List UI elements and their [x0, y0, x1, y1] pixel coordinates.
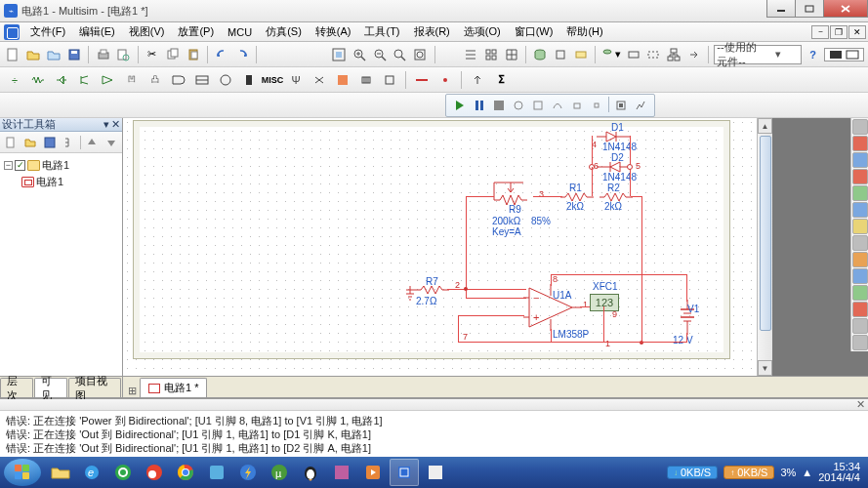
- redo-button[interactable]: [233, 44, 252, 65]
- list-button[interactable]: [462, 44, 480, 65]
- help-button[interactable]: ?: [804, 44, 822, 65]
- menu-window[interactable]: 窗口(W): [508, 22, 560, 41]
- panel-close-icon[interactable]: ✕: [111, 118, 120, 131]
- zoom-out-button[interactable]: [370, 44, 389, 65]
- panel-dropdown-icon[interactable]: ▾: [103, 118, 109, 131]
- tree-child[interactable]: 电路1: [4, 174, 118, 190]
- inst-13[interactable]: [852, 318, 868, 334]
- ni-icon[interactable]: [332, 69, 353, 91]
- component-button[interactable]: [552, 44, 570, 65]
- canvas-tab[interactable]: 电路1 *: [140, 378, 207, 397]
- inst-1[interactable]: [852, 119, 868, 135]
- inst-12[interactable]: [852, 302, 868, 317]
- task-thunder[interactable]: [233, 459, 263, 486]
- start-button[interactable]: [4, 459, 41, 486]
- scroll-up-icon[interactable]: ▲: [758, 118, 772, 134]
- scroll-thumb[interactable]: [760, 136, 771, 331]
- transistor-icon[interactable]: [74, 69, 96, 91]
- task-app3[interactable]: [421, 459, 450, 486]
- power-icon[interactable]: [238, 69, 260, 91]
- connector-icon[interactable]: [355, 69, 377, 91]
- junction-icon[interactable]: [434, 69, 456, 91]
- menu-view[interactable]: 视图(V): [122, 22, 172, 41]
- menu-edit[interactable]: 编辑(E): [72, 22, 122, 41]
- menu-report[interactable]: 报表(R): [407, 22, 457, 41]
- close-button[interactable]: [823, 0, 868, 18]
- zoom-in-button[interactable]: [350, 44, 368, 65]
- stop-button[interactable]: [490, 97, 508, 114]
- run-button[interactable]: [451, 97, 469, 114]
- lp-tree-icon[interactable]: [61, 134, 78, 151]
- task-utorrent[interactable]: µ: [265, 459, 294, 486]
- tab-project[interactable]: 项目视图: [68, 378, 121, 397]
- hierarchical-up-icon[interactable]: [467, 69, 488, 91]
- menu-place[interactable]: 放置(P): [171, 22, 221, 41]
- task-app1[interactable]: [202, 459, 231, 486]
- zoom-page-button[interactable]: [411, 44, 430, 65]
- task-ie[interactable]: e: [77, 459, 106, 486]
- checkbox-icon[interactable]: ✓: [15, 160, 25, 171]
- inst-3[interactable]: [852, 152, 868, 168]
- grid-small-button[interactable]: [481, 44, 500, 65]
- r9-symbol[interactable]: [486, 173, 535, 208]
- diode-icon[interactable]: [51, 69, 72, 91]
- tab-hierarchy[interactable]: 层次: [0, 378, 33, 397]
- ttl-icon[interactable]: 凹: [121, 69, 143, 91]
- cmos-icon[interactable]: 凸: [145, 69, 166, 91]
- text-icon[interactable]: Ʃ: [490, 69, 512, 91]
- misc-dig-icon[interactable]: [168, 69, 189, 91]
- mdi-minimize-button[interactable]: －: [811, 25, 829, 39]
- rect-button[interactable]: [624, 44, 642, 65]
- task-app2[interactable]: [327, 459, 356, 486]
- paste-button[interactable]: [184, 44, 202, 65]
- menu-tools[interactable]: 工具(T): [357, 22, 406, 41]
- inst-9[interactable]: [852, 252, 868, 267]
- cut-button[interactable]: ✂: [144, 44, 162, 65]
- inst-11[interactable]: [852, 285, 868, 301]
- tray-icon-1[interactable]: ▲: [802, 467, 812, 478]
- console-close-icon[interactable]: ✕: [856, 398, 865, 411]
- analog-icon[interactable]: [98, 69, 119, 91]
- electromech-icon[interactable]: [309, 69, 330, 91]
- task-multisim[interactable]: [390, 459, 419, 486]
- step-into-button[interactable]: [529, 97, 547, 114]
- lp-save-icon[interactable]: [41, 134, 59, 151]
- display-toggle-group[interactable]: [824, 48, 864, 61]
- mixed-icon[interactable]: [191, 69, 213, 91]
- scroll-down-icon[interactable]: ▼: [758, 360, 772, 376]
- minimize-button[interactable]: [766, 0, 796, 18]
- task-360[interactable]: [108, 459, 138, 486]
- component-in-use-combo[interactable]: --使用的元件-- ▾: [714, 45, 802, 64]
- menu-help[interactable]: 帮助(H): [559, 22, 609, 41]
- analysis-button[interactable]: [632, 97, 649, 114]
- basic-icon[interactable]: [27, 69, 49, 91]
- rf-icon[interactable]: Ψ: [285, 69, 307, 91]
- inst-10[interactable]: [852, 268, 868, 284]
- grid-button[interactable]: [502, 44, 520, 65]
- lp-open-icon[interactable]: [21, 134, 39, 151]
- database-button[interactable]: [531, 44, 550, 65]
- inst-7[interactable]: [852, 219, 868, 234]
- print-preview-button[interactable]: [114, 44, 133, 65]
- mcu-icon[interactable]: [379, 69, 400, 91]
- lp-down-icon[interactable]: [103, 134, 120, 151]
- menu-mcu[interactable]: MCU: [221, 24, 259, 40]
- zoom-fit-button[interactable]: [330, 44, 349, 65]
- label-button[interactable]: [572, 44, 591, 65]
- inst-4[interactable]: [852, 169, 868, 184]
- task-qq[interactable]: [296, 459, 325, 486]
- new-button[interactable]: [4, 44, 22, 65]
- ground-left[interactable]: [406, 286, 420, 304]
- print-button[interactable]: [94, 44, 112, 65]
- mdi-restore-button[interactable]: ❐: [830, 25, 847, 39]
- misc-icon[interactable]: MISC: [262, 69, 283, 91]
- tab-visible[interactable]: 可见: [34, 378, 67, 397]
- task-explorer[interactable]: [46, 459, 75, 486]
- save-button[interactable]: [64, 44, 83, 65]
- forward-button[interactable]: [685, 44, 704, 65]
- menu-sim[interactable]: 仿真(S): [259, 22, 309, 41]
- menu-convert[interactable]: 转换(A): [309, 22, 358, 41]
- open-button[interactable]: [24, 44, 43, 65]
- step-button[interactable]: [510, 97, 527, 114]
- rect-dash-button[interactable]: [644, 44, 663, 65]
